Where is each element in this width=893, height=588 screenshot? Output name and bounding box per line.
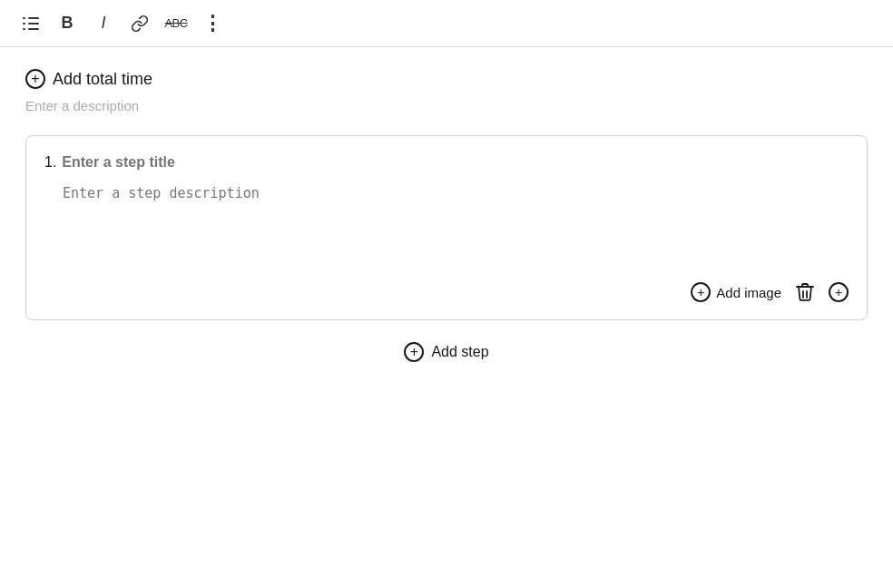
add-step-inline-button[interactable]: + (829, 282, 849, 302)
main-content: + Add total time Enter a description 1. … (0, 47, 893, 384)
step-number: 1. (44, 154, 56, 171)
add-step-button[interactable]: + Add step (25, 342, 868, 362)
svg-rect-3 (23, 17, 25, 19)
svg-rect-2 (28, 28, 39, 30)
step-title-input[interactable] (62, 154, 849, 171)
svg-rect-5 (23, 28, 25, 30)
strikethrough-button[interactable]: ABC (160, 7, 192, 40)
step-description-area (63, 185, 849, 243)
link-button[interactable] (123, 7, 156, 40)
bold-button[interactable]: B (51, 7, 83, 40)
description-placeholder[interactable]: Enter a description (25, 98, 868, 113)
svg-rect-0 (28, 17, 39, 19)
add-total-time-button[interactable]: + Add total time (25, 69, 868, 89)
add-total-time-label: Add total time (53, 70, 152, 89)
step-card: 1. + Add image + (25, 135, 868, 320)
more-button[interactable]: ⋮ (196, 7, 229, 40)
circle-plus-icon: + (25, 69, 45, 89)
delete-step-button[interactable] (792, 279, 818, 305)
svg-rect-1 (28, 23, 39, 24)
toolbar: B I ABC ⋮ (0, 0, 893, 47)
add-step-label: Add step (431, 344, 488, 360)
add-image-button[interactable]: + Add image (691, 282, 781, 302)
step-title-row: 1. (44, 154, 849, 171)
step-actions: + Add image + (44, 279, 849, 305)
add-image-label: Add image (716, 285, 781, 300)
italic-button[interactable]: I (87, 7, 120, 40)
svg-rect-4 (23, 23, 25, 24)
list-button[interactable] (15, 7, 47, 40)
abc-icon: ABC (164, 16, 187, 30)
step-description-input[interactable] (63, 185, 849, 240)
add-image-plus-icon: + (691, 282, 711, 302)
add-step-plus-icon: + (404, 342, 424, 362)
